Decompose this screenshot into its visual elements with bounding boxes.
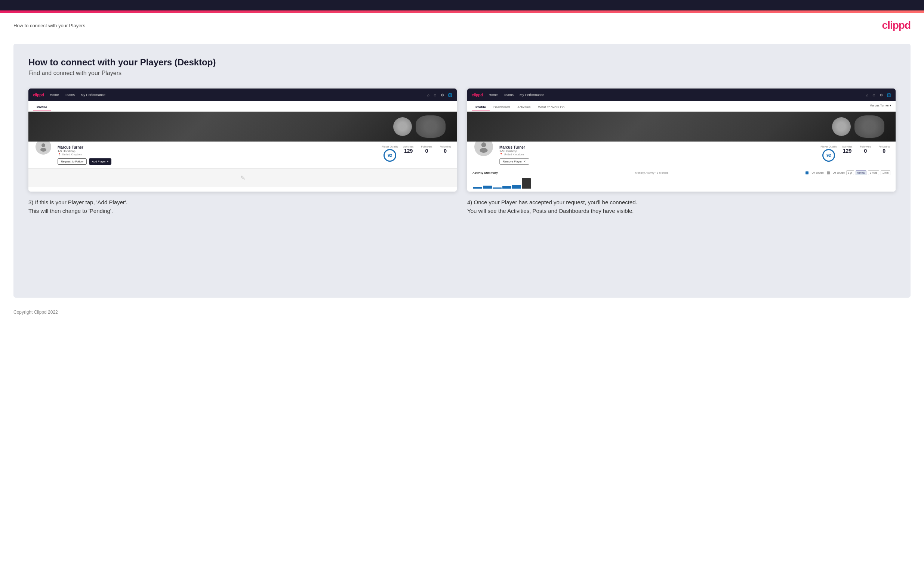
page-title: How to connect with your Players (Deskto… [28, 57, 896, 68]
location-icon: 📍 [58, 153, 61, 156]
settings-icon[interactable]: ⚙ [441, 93, 444, 97]
screenshots-row: clippd Home Teams My Performance ⌕ ☺ ⚙ 🌐… [28, 89, 896, 215]
left-mock-tabs: Profile [28, 101, 457, 112]
right-tabs-inner: Profile Dashboard Activities What To Wor… [472, 104, 568, 111]
right-profile-section: Marcus Turner 1-5 Handicap 📍 United King… [467, 142, 896, 167]
left-player-quality: Player Quality 92 [382, 145, 398, 162]
right-user-icon[interactable]: ☺ [872, 93, 876, 97]
close-icon: ✕ [523, 160, 526, 163]
right-mock-nav: clippd Home Teams My Performance ⌕ ☺ ⚙ 🌐 [467, 89, 896, 101]
period-1mth-button[interactable]: 1 mth [880, 170, 890, 175]
right-stat-following: Following 0 [879, 145, 890, 154]
user-icon[interactable]: ☺ [433, 93, 437, 97]
main-content: How to connect with your Players (Deskto… [13, 44, 911, 298]
activity-chart [472, 177, 890, 189]
left-banner-circle2 [416, 115, 446, 138]
left-player-country: 📍 United Kingdom [58, 153, 369, 156]
left-nav-teams[interactable]: Teams [65, 93, 75, 97]
off-course-legend-dot [827, 171, 830, 174]
right-player-handicap: 1-5 Handicap [499, 149, 808, 153]
left-mock-bottom: ✎ [28, 168, 457, 187]
left-nav-icons: ⌕ ☺ ⚙ 🌐 [427, 93, 452, 97]
left-player-handicap: 1-5 Handicap [58, 149, 369, 153]
left-screenshot-col: clippd Home Teams My Performance ⌕ ☺ ⚙ 🌐… [28, 89, 457, 215]
svg-point-0 [42, 143, 45, 147]
left-banner [28, 112, 457, 142]
left-description: 3) If this is your Player tap, 'Add Play… [28, 198, 457, 215]
left-nav-home[interactable]: Home [50, 93, 59, 97]
right-banner-circle2 [855, 115, 884, 138]
right-location-icon: 📍 [499, 153, 503, 156]
right-player-buttons: Remove Player ✕ [499, 158, 808, 165]
left-nav-logo: clippd [33, 93, 44, 97]
right-tab-dashboard[interactable]: Dashboard [489, 104, 514, 111]
activity-summary: Activity Summary Monthly Activity · 6 Mo… [467, 167, 896, 192]
chevron-down-icon: ▾ [890, 104, 891, 107]
pencil-icon: ✎ [240, 174, 245, 182]
right-settings-icon[interactable]: ⚙ [880, 93, 883, 97]
svg-point-2 [481, 142, 486, 147]
left-player-stats: Activities 129 Followers 0 Following 0 [403, 145, 451, 154]
remove-player-button[interactable]: Remove Player ✕ [499, 158, 529, 165]
chart-bar-3 [493, 187, 502, 189]
left-stat-following: Following 0 [439, 145, 451, 154]
search-icon[interactable]: ⌕ [427, 93, 430, 97]
request-to-follow-button[interactable]: Request to Follow [58, 158, 87, 165]
left-mock-browser: clippd Home Teams My Performance ⌕ ☺ ⚙ 🌐… [28, 89, 457, 192]
top-bar [0, 0, 924, 10]
header: How to connect with your Players clippd [0, 13, 924, 36]
period-3mths-button[interactable]: 3 mths [868, 170, 879, 175]
right-tab-activities[interactable]: Activities [514, 104, 535, 111]
copyright-text: Copyright Clippd 2022 [13, 309, 58, 315]
breadcrumb: How to connect with your Players [13, 23, 85, 28]
right-user-dropdown[interactable]: Marcus Turner ▾ [869, 104, 891, 109]
right-player-info: Marcus Turner 1-5 Handicap 📍 United King… [499, 145, 808, 165]
add-player-button[interactable]: Add Player + [89, 158, 111, 165]
right-tab-profile[interactable]: Profile [472, 104, 489, 111]
left-quality-circle: 92 [383, 149, 396, 162]
right-player-name: Marcus Turner [499, 145, 808, 149]
off-course-label: Off course [833, 171, 845, 174]
right-nav-teams[interactable]: Teams [504, 93, 514, 97]
right-tab-what-to-work-on[interactable]: What To Work On [535, 104, 569, 111]
globe-icon[interactable]: 🌐 [448, 93, 452, 97]
plus-icon: + [107, 160, 108, 163]
right-quality-circle: 92 [822, 149, 835, 162]
right-globe-icon[interactable]: 🌐 [887, 93, 891, 97]
footer: Copyright Clippd 2022 [0, 305, 924, 319]
right-player-country: 📍 United Kingdom [499, 153, 808, 156]
chart-bar-1 [473, 187, 482, 189]
left-mock-nav: clippd Home Teams My Performance ⌕ ☺ ⚙ 🌐 [28, 89, 457, 101]
right-banner-circle [832, 117, 851, 136]
right-player-stats: Activities 129 Followers 0 Following 0 [842, 145, 890, 154]
right-nav-logo: clippd [472, 93, 483, 97]
on-course-legend-dot [806, 171, 809, 174]
left-nav-my-performance[interactable]: My Performance [81, 93, 105, 97]
right-nav-icons: ⌕ ☺ ⚙ 🌐 [866, 93, 891, 97]
on-course-label: On course [811, 171, 824, 174]
chart-bar-5 [512, 185, 521, 189]
left-stat-followers: Followers 0 [421, 145, 432, 154]
right-mock-browser: clippd Home Teams My Performance ⌕ ☺ ⚙ 🌐… [467, 89, 896, 192]
right-nav-my-performance[interactable]: My Performance [520, 93, 544, 97]
left-player-name: Marcus Turner [58, 145, 369, 149]
right-banner [467, 112, 896, 142]
activity-controls: On course Off course 1 yr 6 mths 3 mths … [806, 170, 890, 175]
right-description: 4) Once your Player has accepted your re… [467, 198, 896, 215]
period-6mths-button[interactable]: 6 mths [856, 170, 867, 175]
chart-bar-2 [483, 185, 492, 189]
right-screenshot-col: clippd Home Teams My Performance ⌕ ☺ ⚙ 🌐… [467, 89, 896, 215]
left-player-info: Marcus Turner 1-5 Handicap 📍 United King… [58, 145, 369, 165]
activity-period: Monthly Activity · 6 Months [635, 171, 668, 174]
right-search-icon[interactable]: ⌕ [866, 93, 868, 97]
svg-point-1 [40, 148, 46, 152]
left-tab-profile[interactable]: Profile [33, 104, 51, 111]
right-nav-home[interactable]: Home [489, 93, 498, 97]
page-subtitle: Find and connect with your Players [28, 70, 896, 77]
period-1yr-button[interactable]: 1 yr [846, 170, 854, 175]
right-stat-activities: Activities 129 [842, 145, 853, 154]
left-banner-circle [393, 117, 412, 136]
activity-header: Activity Summary Monthly Activity · 6 Mo… [472, 170, 890, 175]
logo: clippd [882, 19, 911, 31]
chart-bar-4 [502, 186, 511, 189]
